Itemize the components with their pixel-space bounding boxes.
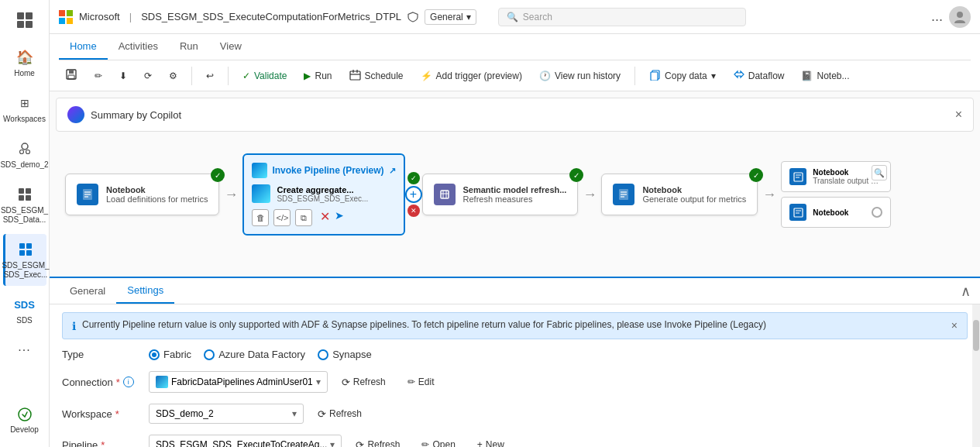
download-button[interactable]: ⬇ xyxy=(113,67,133,84)
pipeline-open-button[interactable]: ✏ Open xyxy=(414,435,462,447)
sidebar-item-home[interactable]: 🏠 Home xyxy=(3,42,46,84)
radio-fabric[interactable]: Fabric xyxy=(149,349,191,360)
bottom-tabs: General Settings ∧ xyxy=(50,278,980,304)
refresh-ribbon-button[interactable]: ⟳ xyxy=(138,67,158,84)
sidebar-item-workspaces[interactable]: ⊞ Workspaces xyxy=(3,88,46,130)
arrow1: → xyxy=(219,187,242,203)
connection-edit-button[interactable]: ✏ Edit xyxy=(400,373,442,391)
copy-data-icon xyxy=(649,69,661,83)
validate-button[interactable]: ✓ Validate xyxy=(236,67,293,84)
run-button[interactable]: ▶ Run xyxy=(297,67,338,84)
history-button[interactable]: 🕐 View run history xyxy=(533,67,627,84)
synapse-label: Synapse xyxy=(332,349,372,360)
scrollbar-thumb[interactable] xyxy=(973,320,979,351)
invoke-title-text: Invoke Pipeline (Preview) xyxy=(272,165,383,176)
connection-refresh-button[interactable]: ⟳ Refresh xyxy=(334,373,394,392)
pipeline-new-button[interactable]: + New xyxy=(469,435,512,447)
search-small-icon[interactable]: 🔍 xyxy=(872,165,887,181)
invoke-logo xyxy=(252,163,267,178)
sds-data-icon xyxy=(15,185,34,204)
tab-home[interactable]: Home xyxy=(59,34,108,60)
sidebar-item-more[interactable]: ··· xyxy=(3,335,46,366)
svg-point-11 xyxy=(19,408,31,421)
copy-data-button[interactable]: Copy data ▾ xyxy=(643,66,722,86)
svg-rect-9 xyxy=(19,250,25,256)
pipeline-required: * xyxy=(101,439,105,448)
pipeline-node-semantic[interactable]: Semantic model refresh... Refresh measur… xyxy=(422,174,579,215)
info-close-button[interactable]: × xyxy=(951,319,958,332)
fabric-radio-dot xyxy=(149,349,160,360)
workspace-select[interactable]: SDS_demo_2 ▾ xyxy=(149,404,304,424)
main-content: Microsoft | SDS_ESGM_SDS_ExecuteComputat… xyxy=(50,0,980,447)
sidebar-item-sds-data[interactable]: SDS_ESGM_ SDS_Data... xyxy=(3,179,46,231)
tab-activities[interactable]: Activities xyxy=(108,34,169,60)
general-dropdown[interactable]: General ▾ xyxy=(425,9,476,25)
tab-view[interactable]: View xyxy=(209,34,253,60)
collapse-button[interactable]: ∧ xyxy=(961,283,971,300)
fail-dot: ✕ xyxy=(407,205,420,217)
connection-help-icon[interactable]: i xyxy=(123,377,134,387)
pipeline-select[interactable]: SDS_ESGM_SDS_ExecuteToCreateAg... ▾ xyxy=(149,435,342,447)
user-avatar[interactable] xyxy=(949,6,971,28)
schedule-button[interactable]: Schedule xyxy=(343,66,410,86)
settings-button[interactable]: ⚙ xyxy=(163,67,184,84)
pipeline-node-notebook1[interactable]: Notebook Load definitions for metrics ✓ xyxy=(65,174,219,215)
save-button[interactable] xyxy=(59,65,84,86)
sidebar-item-sds-demo[interactable]: SDS_demo_2 xyxy=(3,133,46,176)
pipeline-refresh-button[interactable]: ⟳ Refresh xyxy=(348,435,407,448)
pipeline-node-invoke[interactable]: Invoke Pipeline (Preview) ↗ Create aggre… xyxy=(242,153,404,236)
topbar-dots-button[interactable]: ... xyxy=(931,9,943,25)
svg-rect-8 xyxy=(26,243,32,249)
tab-settings[interactable]: Settings xyxy=(116,278,174,304)
notebook1-label: Notebook Load definitions for metrics xyxy=(106,185,208,204)
search-box[interactable]: 🔍 Search xyxy=(498,8,746,26)
semantic-checkmark: ✓ xyxy=(569,168,583,182)
pipeline-name: SDS_ESGM_SDS_ExecuteComputationForMetric… xyxy=(141,11,401,22)
invoke-arrow-button[interactable]: ➤ xyxy=(335,209,344,226)
undo-button[interactable]: ↩ xyxy=(200,67,220,84)
svg-rect-6 xyxy=(26,195,31,201)
invoke-subtitle: Create aggregate... xyxy=(277,185,368,194)
right-node-translate[interactable]: Notebook Translate output metrics for TM… xyxy=(781,161,891,192)
workspace-refresh-button[interactable]: ⟳ Refresh xyxy=(310,404,370,424)
sidebar-sds-label: SDS xyxy=(16,316,33,325)
sidebar-item-sds-exec[interactable]: SDS_ESGM_ SDS_Exec... xyxy=(3,234,46,286)
radio-adf[interactable]: Azure Data Factory xyxy=(204,349,305,360)
arrow3: → xyxy=(758,187,781,203)
right-node-2-title: Notebook xyxy=(813,208,848,217)
connection-edit-label: Edit xyxy=(418,377,435,387)
workspace-refresh-label: Refresh xyxy=(329,408,362,419)
invoke-x-button[interactable]: ✕ xyxy=(320,209,330,226)
sidebar-item-develop[interactable]: Develop xyxy=(3,400,46,441)
invoke-copy-button[interactable]: ⧉ xyxy=(295,209,312,226)
svg-rect-14 xyxy=(69,70,74,74)
sidebar-item-sds[interactable]: SDS SDS xyxy=(3,289,46,332)
tab-run[interactable]: Run xyxy=(169,34,209,60)
notebook-button[interactable]: 📓 Noteb... xyxy=(795,67,855,84)
copilot-close-button[interactable]: × xyxy=(955,108,962,122)
invoke-delete-button[interactable]: 🗑 xyxy=(252,209,269,226)
svg-rect-15 xyxy=(68,75,74,79)
external-link-icon: ↗ xyxy=(389,166,396,176)
trigger-button[interactable]: ⚡ Add trigger (preview) xyxy=(414,67,528,84)
connection-select[interactable]: FabricDataPipelines AdminUser01 ▾ xyxy=(149,371,328,393)
invoke-actions: 🗑 </> ⧉ ✕ ➤ xyxy=(252,209,395,226)
pipeline-node-notebook2[interactable]: Notebook Generate output for metrics ✓ xyxy=(601,174,758,215)
sidebar-item-grid[interactable] xyxy=(3,6,46,34)
type-radio-group: Fabric Azure Data Factory Synapse xyxy=(149,349,372,360)
pipeline-nodes: Notebook Load definitions for metrics ✓ … xyxy=(65,153,965,236)
dataflow-button[interactable]: Dataflow xyxy=(727,66,791,86)
radio-synapse[interactable]: Synapse xyxy=(318,349,372,360)
semantic-icon xyxy=(434,184,456,205)
trigger-icon: ⚡ xyxy=(421,70,432,81)
workspace-required: * xyxy=(115,408,119,420)
add-node-button[interactable]: + xyxy=(405,186,422,203)
workspaces-icon: ⊞ xyxy=(15,94,34,112)
connection-chevron-icon: ▾ xyxy=(316,377,321,387)
invoke-code-button[interactable]: </> xyxy=(273,209,291,226)
right-node-notebook3[interactable]: Notebook xyxy=(781,197,891,228)
edit-button[interactable]: ✏ xyxy=(88,67,108,84)
settings-icon: ⚙ xyxy=(169,70,177,81)
connection-label: Connection * i xyxy=(62,377,139,388)
tab-general[interactable]: General xyxy=(59,279,116,303)
